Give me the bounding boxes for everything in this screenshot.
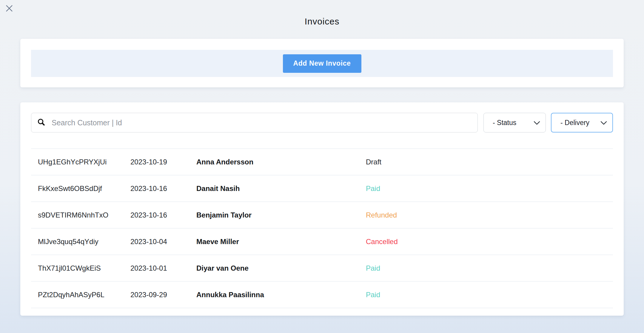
invoice-table: UHg1EGhYcPRYXjUi 2023-10-19 Anna Anderss… [31, 148, 613, 308]
delivery-select-value: - Delivery [560, 119, 589, 127]
status-select[interactable]: - Status [483, 113, 546, 132]
page-title: Invoices [0, 16, 644, 27]
toolbar-card: Add New Invoice [20, 39, 624, 87]
invoice-date: 2023-10-19 [130, 158, 196, 166]
customer-name: Annukka Paasilinna [196, 291, 366, 299]
status-badge: Paid [366, 264, 613, 272]
search-input[interactable] [52, 118, 477, 127]
table-row[interactable]: ThX71jl01CWgkEiS 2023-10-01 Diyar van Oe… [31, 255, 613, 281]
close-icon [5, 9, 14, 14]
table-row[interactable]: UHg1EGhYcPRYXjUi 2023-10-19 Anna Anderss… [31, 148, 613, 175]
customer-name: Maeve Miller [196, 238, 366, 246]
toolbar-band: Add New Invoice [31, 50, 613, 77]
search-icon [37, 118, 46, 128]
filter-row: - Status - Delivery [31, 113, 613, 132]
status-select-value: - Status [493, 119, 516, 127]
table-row[interactable]: FkKxeSwt6OBSdDjf 2023-10-16 Danait Nasih… [31, 175, 613, 201]
table-row[interactable]: s9DVETIRM6NnhTxO 2023-10-16 Benjamin Tay… [31, 201, 613, 228]
invoice-date: 2023-10-16 [130, 211, 196, 219]
invoice-id: UHg1EGhYcPRYXjUi [38, 158, 130, 166]
close-button[interactable] [4, 4, 14, 13]
status-badge: Refunded [366, 211, 613, 219]
invoice-id: ThX71jl01CWgkEiS [38, 264, 130, 272]
chevron-down-icon [534, 119, 540, 127]
invoice-date: 2023-10-04 [130, 238, 196, 246]
invoices-page: { "window": { "close_icon": "x-close" },… [0, 0, 644, 333]
table-row[interactable]: MlJve3quq54qYdiy 2023-10-04 Maeve Miller… [31, 228, 613, 255]
customer-name: Diyar van Oene [196, 264, 366, 272]
invoice-id: FkKxeSwt6OBSdDjf [38, 184, 130, 193]
invoice-id: s9DVETIRM6NnhTxO [38, 211, 130, 219]
invoice-id: PZt2DqyhAhASyP6L [38, 291, 130, 299]
status-badge: Draft [366, 158, 613, 166]
status-badge: Paid [366, 291, 613, 299]
invoice-date: 2023-10-16 [130, 184, 196, 193]
invoices-card: - Status - Delivery UHg1EGhYcPRYXjUi 202… [20, 102, 624, 316]
status-badge: Cancelled [366, 238, 613, 246]
invoice-date: 2023-10-01 [130, 264, 196, 272]
customer-name: Danait Nasih [196, 184, 366, 193]
customer-name: Benjamin Taylor [196, 211, 366, 219]
chevron-down-icon [600, 119, 607, 127]
status-badge: Paid [366, 184, 613, 193]
invoice-id: MlJve3quq54qYdiy [38, 238, 130, 246]
customer-name: Anna Andersson [196, 158, 366, 166]
search-box[interactable] [31, 113, 478, 132]
delivery-select[interactable]: - Delivery [551, 113, 613, 132]
add-new-invoice-button[interactable]: Add New Invoice [283, 54, 361, 73]
invoice-date: 2023-09-29 [130, 291, 196, 299]
table-row[interactable]: PZt2DqyhAhASyP6L 2023-09-29 Annukka Paas… [31, 281, 613, 308]
